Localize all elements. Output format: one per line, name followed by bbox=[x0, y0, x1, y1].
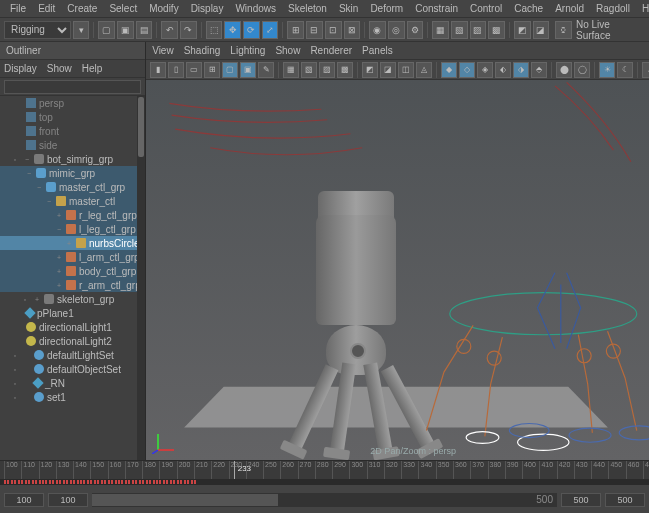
tree-node-side[interactable]: side bbox=[0, 138, 145, 152]
keyframe[interactable] bbox=[18, 480, 20, 484]
keyframe[interactable] bbox=[170, 480, 172, 484]
tree-node-r_arm_ctl_grp[interactable]: +r_arm_ctl_grp bbox=[0, 278, 145, 292]
expander-icon[interactable]: − bbox=[34, 182, 44, 192]
shelf-icon-layout2[interactable]: ▧ bbox=[451, 21, 468, 39]
expander-icon[interactable] bbox=[14, 140, 24, 150]
tree-node-defaultObjectSet[interactable]: ▫defaultObjectSet bbox=[0, 362, 145, 376]
menu-modify[interactable]: Modify bbox=[143, 3, 184, 14]
keyframe[interactable] bbox=[4, 480, 6, 484]
keyframe[interactable] bbox=[108, 480, 110, 484]
keyframe[interactable] bbox=[115, 480, 117, 484]
view-tool-image[interactable]: ▭ bbox=[186, 62, 202, 78]
shelf-icon-snap-grid[interactable]: ⊞ bbox=[287, 21, 304, 39]
vis-box-icon[interactable]: ▫ bbox=[10, 378, 20, 388]
menu-control[interactable]: Control bbox=[464, 3, 508, 14]
view-tool-camera[interactable]: ▮ bbox=[150, 62, 166, 78]
tree-node-pPlane1[interactable]: pPlane1 bbox=[0, 306, 145, 320]
keyframe[interactable] bbox=[11, 480, 13, 484]
shelf-icon-render-settings[interactable]: ⚙ bbox=[407, 21, 424, 39]
keyframe[interactable] bbox=[42, 480, 44, 484]
tree-node-front[interactable]: front bbox=[0, 124, 145, 138]
outliner-menu-show[interactable]: Show bbox=[47, 63, 72, 74]
shelf-icon-layout3[interactable]: ▨ bbox=[470, 21, 487, 39]
view-tool-caching[interactable]: ⬤ bbox=[556, 62, 572, 78]
keyframe[interactable] bbox=[111, 480, 113, 484]
expander-icon[interactable] bbox=[22, 378, 32, 388]
keyframe[interactable] bbox=[153, 480, 155, 484]
expander-icon[interactable] bbox=[22, 350, 32, 360]
keyframe[interactable] bbox=[184, 480, 186, 484]
expander-icon[interactable] bbox=[14, 112, 24, 122]
shelf-icon-render[interactable]: ◉ bbox=[369, 21, 386, 39]
expander-icon[interactable]: − bbox=[24, 168, 34, 178]
viewport-3d-view[interactable]: 2D Pan/Zoom : persp bbox=[146, 80, 649, 460]
keyframe[interactable] bbox=[159, 480, 161, 484]
keyframe[interactable] bbox=[156, 480, 158, 484]
shelf-icon-construction[interactable]: ◩ bbox=[514, 21, 531, 39]
view-tool-viewcube1[interactable]: ◆ bbox=[441, 62, 457, 78]
workspace-dropdown[interactable]: Rigging bbox=[4, 21, 71, 39]
view-tool-grid[interactable]: ⊞ bbox=[204, 62, 220, 78]
keyframe[interactable] bbox=[104, 480, 106, 484]
shelf-icon-save[interactable]: ▤ bbox=[136, 21, 153, 39]
menu-skin[interactable]: Skin bbox=[333, 3, 364, 14]
keyframe[interactable] bbox=[177, 480, 179, 484]
keyframe[interactable] bbox=[118, 480, 120, 484]
tree-node-persp[interactable]: persp bbox=[0, 96, 145, 110]
view-tool-isolate[interactable]: ◩ bbox=[362, 62, 378, 78]
outliner-search-input[interactable] bbox=[4, 80, 141, 94]
keyframe[interactable] bbox=[90, 480, 92, 484]
expander-icon[interactable]: + bbox=[64, 238, 74, 248]
timeline-keys[interactable] bbox=[0, 479, 649, 485]
view-tool-viewcube3[interactable]: ◈ bbox=[477, 62, 493, 78]
view-tool-textured[interactable]: ▨ bbox=[319, 62, 335, 78]
menu-select[interactable]: Select bbox=[103, 3, 143, 14]
outliner-menu-help[interactable]: Help bbox=[82, 63, 103, 74]
tree-node-l_arm_ctl_grp[interactable]: +l_arm_ctl_grp bbox=[0, 250, 145, 264]
keyframe[interactable] bbox=[173, 480, 175, 484]
keyframe[interactable] bbox=[80, 480, 82, 484]
view-tool-wireframe[interactable]: ▦ bbox=[283, 62, 299, 78]
tree-node-l_leg_ctl_grp[interactable]: −l_leg_ctl_grp bbox=[0, 222, 145, 236]
vis-box-icon[interactable]: ▫ bbox=[20, 294, 30, 304]
expander-icon[interactable]: − bbox=[44, 196, 54, 206]
shelf-icon-snap-plane[interactable]: ⊠ bbox=[344, 21, 361, 39]
vis-box-icon[interactable]: ▫ bbox=[10, 154, 20, 164]
menu-display[interactable]: Display bbox=[185, 3, 230, 14]
view-menu-show[interactable]: Show bbox=[275, 45, 300, 56]
view-menu-panels[interactable]: Panels bbox=[362, 45, 393, 56]
view-tool-gate[interactable]: ▢ bbox=[222, 62, 238, 78]
expander-icon[interactable] bbox=[14, 98, 24, 108]
expander-icon[interactable]: + bbox=[54, 210, 64, 220]
view-tool-resolution[interactable]: ▣ bbox=[240, 62, 256, 78]
tree-node-master_ctl_grp[interactable]: −master_ctl_grp bbox=[0, 180, 145, 194]
keyframe[interactable] bbox=[139, 480, 141, 484]
keyframe[interactable] bbox=[7, 480, 9, 484]
range-start-input[interactable] bbox=[4, 493, 44, 507]
keyframe[interactable] bbox=[70, 480, 72, 484]
vis-box-icon[interactable]: ▫ bbox=[10, 364, 20, 374]
keyframe[interactable] bbox=[59, 480, 61, 484]
tree-node-skeleton_grp[interactable]: ▫+skeleton_grp bbox=[0, 292, 145, 306]
tree-node-mimic_grp[interactable]: −mimic_grp bbox=[0, 166, 145, 180]
expander-icon[interactable] bbox=[14, 336, 24, 346]
view-menu-shading[interactable]: Shading bbox=[184, 45, 221, 56]
keyframe[interactable] bbox=[52, 480, 54, 484]
expander-icon[interactable] bbox=[14, 126, 24, 136]
menu-edit[interactable]: Edit bbox=[32, 3, 61, 14]
view-menu-renderer[interactable]: Renderer bbox=[310, 45, 352, 56]
keyframe[interactable] bbox=[94, 480, 96, 484]
keyframe[interactable] bbox=[83, 480, 85, 484]
tree-node-top[interactable]: top bbox=[0, 110, 145, 124]
menu-constrain[interactable]: Constrain bbox=[409, 3, 464, 14]
menu-windows[interactable]: Windows bbox=[229, 3, 282, 14]
keyframe[interactable] bbox=[121, 480, 123, 484]
menu-help[interactable]: Help bbox=[636, 3, 649, 14]
view-tool-exposure[interactable]: ☀ bbox=[599, 62, 615, 78]
keyframe[interactable] bbox=[194, 480, 196, 484]
keyframe[interactable] bbox=[132, 480, 134, 484]
expander-icon[interactable]: − bbox=[22, 154, 32, 164]
keyframe[interactable] bbox=[25, 480, 27, 484]
menu-cache[interactable]: Cache bbox=[508, 3, 549, 14]
expander-icon[interactable]: + bbox=[54, 252, 64, 262]
